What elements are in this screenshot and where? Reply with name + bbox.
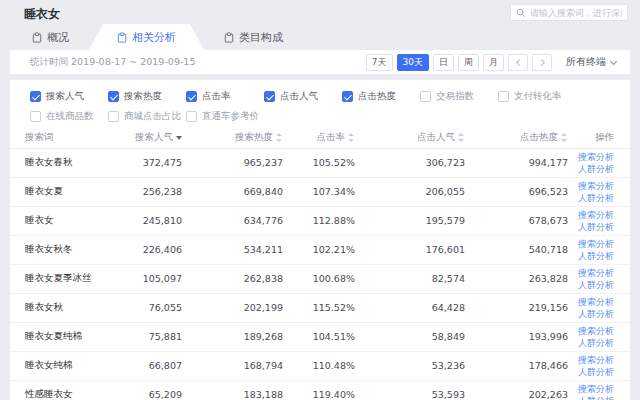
crowd-analysis-link[interactable]: 人群分析 — [576, 279, 614, 291]
column-header[interactable]: 点击热度 — [473, 128, 576, 148]
checkbox-icon[interactable] — [264, 91, 275, 102]
search-heat-cell: 262,838 — [190, 264, 291, 293]
metric-label: 支付转化率 — [514, 90, 562, 103]
tab-bar: 概况 相关分析 类目构成 — [0, 24, 640, 50]
crowd-analysis-link[interactable]: 人群分析 — [576, 337, 614, 349]
actions-cell: 搜索分析 人群分析 — [576, 264, 630, 293]
metric-label: 点击人气 — [280, 90, 318, 103]
search-analysis-link[interactable]: 搜索分析 — [576, 354, 614, 366]
checkbox-icon[interactable] — [420, 91, 431, 102]
terminal-select[interactable]: 所有终端 — [566, 55, 616, 69]
checkbox-icon[interactable] — [108, 91, 119, 102]
metric-checkbox-item[interactable]: 点击人气 — [264, 90, 342, 103]
checkbox-icon[interactable] — [108, 111, 119, 122]
search-analysis-link[interactable]: 搜索分析 — [576, 267, 614, 279]
metric-checkbox-item[interactable]: 搜索热度 — [108, 90, 186, 103]
tab-label: 类目构成 — [239, 30, 283, 45]
search-analysis-link[interactable]: 搜索分析 — [576, 209, 614, 221]
clipboard-icon — [32, 32, 42, 43]
keywords-table: 搜索词搜索人气搜索热度点击率点击人气点击热度操作 睡衣女春秋 372,475 9… — [10, 128, 630, 400]
column-label: 搜索词 — [25, 131, 54, 142]
search-analysis-link[interactable]: 搜索分析 — [576, 180, 614, 192]
metric-checkbox-item[interactable]: 商城点击占比 — [108, 110, 186, 123]
click-heat-cell: 178,466 — [473, 351, 576, 380]
main-panel: 搜索人气 搜索热度 点击率 点击人气 点击热度 交易指数 支付转化率 在线商品数… — [10, 80, 630, 400]
column-header[interactable]: 搜索热度 — [190, 128, 291, 148]
crowd-analysis-link[interactable]: 人群分析 — [576, 395, 614, 400]
crowd-analysis-link[interactable]: 人群分析 — [576, 163, 614, 175]
checkbox-icon[interactable] — [186, 91, 197, 102]
keyword-cell: 睡衣女夏季冰丝 — [10, 264, 95, 293]
next-button[interactable] — [532, 54, 552, 71]
metric-label: 直通车参考价 — [202, 110, 259, 123]
crowd-analysis-link[interactable]: 人群分析 — [576, 221, 614, 233]
metric-checkbox-item[interactable]: 点击热度 — [342, 90, 420, 103]
click-heat-cell: 263,828 — [473, 264, 576, 293]
metric-checkbox-item[interactable]: 点击率 — [186, 90, 264, 103]
range-button[interactable]: 7天 — [366, 54, 393, 71]
click-popularity-cell: 58,849 — [363, 322, 473, 351]
chevron-right-icon — [537, 58, 544, 65]
table-row: 性感睡衣女 65,209 183,188 119.40% 53,593 202,… — [10, 380, 630, 400]
checkbox-icon[interactable] — [186, 111, 197, 122]
keyword-search-box[interactable] — [510, 4, 628, 21]
column-header[interactable]: 点击人气 — [363, 128, 473, 148]
checkbox-icon[interactable] — [342, 91, 353, 102]
table-row: 睡衣女秋 76,055 202,199 115.52% 64,428 219,1… — [10, 293, 630, 322]
table-row: 睡衣女夏 256,238 669,840 107.34% 206,055 696… — [10, 177, 630, 206]
search-analysis-link[interactable]: 搜索分析 — [576, 296, 614, 308]
search-analysis-link[interactable]: 搜索分析 — [576, 151, 614, 163]
checkbox-icon[interactable] — [498, 91, 509, 102]
search-analysis-link[interactable]: 搜索分析 — [576, 325, 614, 337]
crowd-analysis-link[interactable]: 人群分析 — [576, 250, 614, 262]
click-popularity-cell: 306,723 — [363, 148, 473, 177]
column-header[interactable]: 搜索人气 — [95, 128, 190, 148]
ctr-cell: 112.88% — [291, 206, 363, 235]
keyword-cell: 睡衣女秋 — [10, 293, 95, 322]
search-analysis-link[interactable]: 搜索分析 — [576, 383, 614, 395]
ctr-cell: 110.48% — [291, 351, 363, 380]
range-button[interactable]: 月 — [483, 54, 504, 71]
metric-checkbox-item[interactable]: 直通车参考价 — [186, 110, 264, 123]
metric-label: 点击率 — [202, 90, 231, 103]
metric-label: 交易指数 — [436, 90, 474, 103]
tab[interactable]: 相关分析 — [89, 24, 204, 50]
tab[interactable]: 概况 — [12, 24, 89, 50]
range-button[interactable]: 30天 — [397, 54, 429, 71]
checkbox-icon[interactable] — [30, 91, 41, 102]
table-row: 睡衣女夏纯棉 75,881 189,268 104.51% 58,849 193… — [10, 322, 630, 351]
ctr-cell: 104.51% — [291, 322, 363, 351]
click-popularity-cell: 82,574 — [363, 264, 473, 293]
tab[interactable]: 类目构成 — [204, 24, 303, 50]
column-label: 点击热度 — [520, 131, 558, 142]
range-button[interactable]: 周 — [458, 54, 479, 71]
metric-checkbox-item[interactable]: 支付转化率 — [498, 90, 576, 103]
actions-cell: 搜索分析 人群分析 — [576, 380, 630, 400]
click-popularity-cell: 206,055 — [363, 177, 473, 206]
metric-checkbox-item[interactable]: 交易指数 — [420, 90, 498, 103]
keyword-cell: 睡衣女秋冬 — [10, 235, 95, 264]
prev-button[interactable] — [508, 54, 528, 71]
actions-cell: 搜索分析 人群分析 — [576, 235, 630, 264]
keyword-cell: 睡衣女夏纯棉 — [10, 322, 95, 351]
metric-row: 搜索人气 搜索热度 点击率 点击人气 点击热度 交易指数 支付转化率 — [10, 88, 630, 104]
actions-cell: 搜索分析 人群分析 — [576, 322, 630, 351]
search-heat-cell: 965,237 — [190, 148, 291, 177]
stat-time: 统计时间 2019-08-17 ~ 2019-09-15 — [30, 56, 195, 69]
date-controls: 7天30天日周月 所有终端 — [366, 54, 616, 71]
clipboard-icon — [117, 32, 127, 43]
metric-checkbox-item[interactable]: 在线商品数 — [30, 110, 108, 123]
crowd-analysis-link[interactable]: 人群分析 — [576, 192, 614, 204]
click-heat-cell: 678,673 — [473, 206, 576, 235]
crowd-analysis-link[interactable]: 人群分析 — [576, 366, 614, 378]
ctr-cell: 100.68% — [291, 264, 363, 293]
column-header[interactable]: 点击率 — [291, 128, 363, 148]
metric-checkbox-item[interactable]: 搜索人气 — [30, 90, 108, 103]
search-analysis-link[interactable]: 搜索分析 — [576, 238, 614, 250]
checkbox-icon[interactable] — [30, 111, 41, 122]
crowd-analysis-link[interactable]: 人群分析 — [576, 308, 614, 320]
metric-label: 搜索热度 — [124, 90, 162, 103]
search-input[interactable] — [530, 8, 622, 18]
sort-both-icon — [276, 133, 283, 142]
range-button[interactable]: 日 — [433, 54, 454, 71]
